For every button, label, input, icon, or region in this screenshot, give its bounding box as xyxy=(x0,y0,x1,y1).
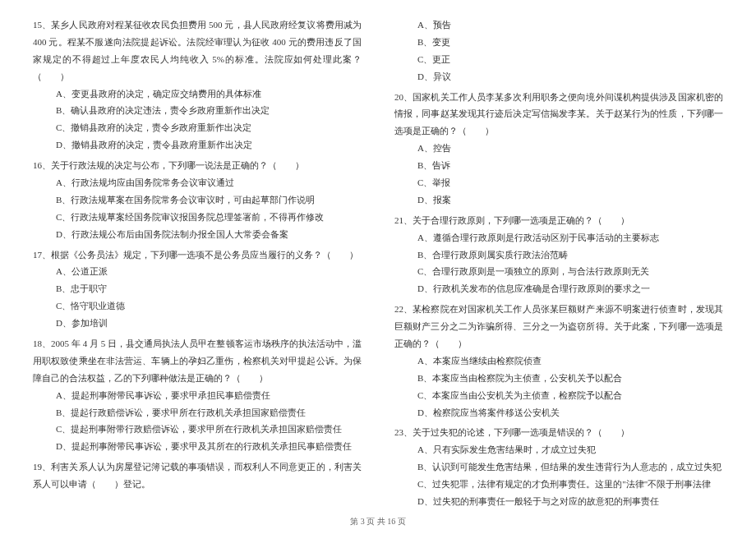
option-b: B、行政法规草案在国务院常务会议审议时，可由起草部门作说明 xyxy=(56,191,362,209)
option-c: C、行政法规草案经国务院审议报国务院总理签署前，不得再作修改 xyxy=(56,209,362,226)
question-options: A、只有实际发生危害结果时，才成立过失犯 B、认识到可能发生危害结果，但结果的发… xyxy=(394,441,723,510)
question-text: 15、某乡人民政府对程某征收农民负担费用 500 元，县人民政府经复议将费用减为… xyxy=(33,16,362,85)
option-d: D、过失犯的刑事责任一般轻于与之对应的故意犯的刑事责任 xyxy=(417,493,723,510)
question-16: 16、关于行政法规的决定与公布，下列哪一说法是正确的？（ ） A、行政法规均应由… xyxy=(33,157,362,242)
question-text: 20、国家机关工作人员李某多次利用职务之便向境外间谍机构提供涉及国家机密的情报，… xyxy=(394,89,723,140)
option-c: C、更正 xyxy=(417,51,723,68)
option-c: C、撤销县政府的决定，责令乡政府重新作出决定 xyxy=(56,119,362,136)
option-d: D、检察院应当将案件移送公安机关 xyxy=(417,404,723,421)
left-column: 15、某乡人民政府对程某征收农民负担费用 500 元，县人民政府经复议将费用减为… xyxy=(33,16,362,485)
option-b: B、认识到可能发生危害结果，但结果的发生违背行为人意志的，成立过失犯 xyxy=(417,458,723,476)
question-23: 23、关于过失犯的论述，下列哪一选项是错误的？（ ） A、只有实际发生危害结果时… xyxy=(394,424,723,509)
option-b: B、告诉 xyxy=(417,157,723,174)
question-options: A、本案应当继续由检察院侦查 B、本案应当由检察院为主侦查，公安机关予以配合 C… xyxy=(394,352,723,421)
option-d: D、参加培训 xyxy=(56,315,362,332)
question-20: 20、国家机关工作人员李某多次利用职务之便向境外间谍机构提供涉及国家机密的情报，… xyxy=(394,89,723,209)
option-c: C、过失犯罪，法律有规定的才负刑事责任。这里的"法律"不限于刑事法律 xyxy=(417,476,723,493)
option-b: B、合理行政原则属实质行政法治范畴 xyxy=(417,246,723,264)
question-options: A、公道正派 B、忠于职守 C、恪守职业道德 D、参加培训 xyxy=(33,263,362,332)
option-b: B、变更 xyxy=(417,34,723,51)
question-text: 17、根据《公务员法》规定，下列哪一选项不是公务员应当履行的义务？（ ） xyxy=(33,246,362,264)
question-18: 18、2005 年 4 月 5 日，县交通局执法人员甲在整顿客运市场秩序的执法活… xyxy=(33,335,362,455)
option-a: A、变更县政府的决定，确定应交纳费用的具体标准 xyxy=(56,85,362,103)
option-b: B、本案应当由检察院为主侦查，公安机关予以配合 xyxy=(417,370,723,387)
question-options: A、预告 B、变更 C、更正 D、异议 xyxy=(394,16,723,85)
option-c: C、提起刑事附带行政赔偿诉讼，要求甲所在行政机关承担国家赔偿责任 xyxy=(56,421,362,438)
option-d: D、提起刑事附带民事诉讼，要求甲及其所在的行政机关承担民事赔偿责任 xyxy=(56,438,362,455)
question-22: 22、某检察院在对国家机关工作人员张某巨额财产来源不明案进行侦查时，发现其巨额财… xyxy=(394,301,723,421)
question-options: A、变更县政府的决定，确定应交纳费用的具体标准 B、确认县政府的决定违法，责令乡… xyxy=(33,85,362,154)
option-a: A、控告 xyxy=(417,140,723,157)
question-options: A、提起刑事附带民事诉讼，要求甲承担民事赔偿责任 B、提起行政赔偿诉讼，要求甲所… xyxy=(33,387,362,456)
option-d: D、行政机关发布的信息应准确是合理行政原则的要求之一 xyxy=(417,280,723,297)
option-c: C、恪守职业道德 xyxy=(56,297,362,315)
option-c: C、举报 xyxy=(417,174,723,191)
question-text: 16、关于行政法规的决定与公布，下列哪一说法是正确的？（ ） xyxy=(33,157,362,174)
question-options: A、遵循合理行政原则是行政活动区别于民事活动的主要标志 B、合理行政原则属实质行… xyxy=(394,229,723,298)
question-19: 19、利害关系人认为房屋登记簿记载的事项错误，而权利人不同意更正的，利害关系人可… xyxy=(33,458,362,493)
option-a: A、行政法规均应由国务院常务会议审议通过 xyxy=(56,174,362,191)
question-options: A、行政法规均应由国务院常务会议审议通过 B、行政法规草案在国务院常务会议审议时… xyxy=(33,174,362,243)
page-footer: 第 3 页 共 16 页 xyxy=(0,516,756,527)
option-c: C、本案应当由公安机关为主侦查，检察院予以配合 xyxy=(417,387,723,404)
question-17: 17、根据《公务员法》规定，下列哪一选项不是公务员应当履行的义务？（ ） A、公… xyxy=(33,246,362,332)
option-d: D、异议 xyxy=(417,68,723,85)
option-a: A、提起刑事附带民事诉讼，要求甲承担民事赔偿责任 xyxy=(56,387,362,404)
option-a: A、遵循合理行政原则是行政活动区别于民事活动的主要标志 xyxy=(417,229,723,246)
question-text: 19、利害关系人认为房屋登记簿记载的事项错误，而权利人不同意更正的，利害关系人可… xyxy=(33,458,362,493)
option-d: D、行政法规公布后由国务院法制办报全国人大常委会备案 xyxy=(56,226,362,243)
option-a: A、预告 xyxy=(417,16,723,34)
option-b: B、确认县政府的决定违法，责令乡政府重新作出决定 xyxy=(56,102,362,119)
question-15: 15、某乡人民政府对程某征收农民负担费用 500 元，县人民政府经复议将费用减为… xyxy=(33,16,362,154)
option-b: B、忠于职守 xyxy=(56,280,362,297)
question-21: 21、关于合理行政原则，下列哪一选项是正确的？（ ） A、遵循合理行政原则是行政… xyxy=(394,212,723,297)
option-a: A、公道正派 xyxy=(56,263,362,280)
question-text: 21、关于合理行政原则，下列哪一选项是正确的？（ ） xyxy=(394,212,723,229)
option-c: C、合理行政原则是一项独立的原则，与合法行政原则无关 xyxy=(417,263,723,280)
option-a: A、本案应当继续由检察院侦查 xyxy=(417,352,723,370)
page-content: 15、某乡人民政府对程某征收农民负担费用 500 元，县人民政府经复议将费用减为… xyxy=(0,0,756,509)
question-text: 23、关于过失犯的论述，下列哪一选项是错误的？（ ） xyxy=(394,424,723,441)
option-d: D、报案 xyxy=(417,191,723,209)
right-column: A、预告 B、变更 C、更正 D、异议 20、国家机关工作人员李某多次利用职务之… xyxy=(394,16,723,485)
question-options: A、控告 B、告诉 C、举报 D、报案 xyxy=(394,140,723,209)
question-text: 18、2005 年 4 月 5 日，县交通局执法人员甲在整顿客运市场秩序的执法活… xyxy=(33,335,362,387)
option-b: B、提起行政赔偿诉讼，要求甲所在行政机关承担国家赔偿责任 xyxy=(56,404,362,421)
option-d: D、撤销县政府的决定，责令县政府重新作出决定 xyxy=(56,136,362,154)
option-a: A、只有实际发生危害结果时，才成立过失犯 xyxy=(417,441,723,458)
question-text: 22、某检察院在对国家机关工作人员张某巨额财产来源不明案进行侦查时，发现其巨额财… xyxy=(394,301,723,352)
question-19-options: A、预告 B、变更 C、更正 D、异议 xyxy=(394,16,723,85)
